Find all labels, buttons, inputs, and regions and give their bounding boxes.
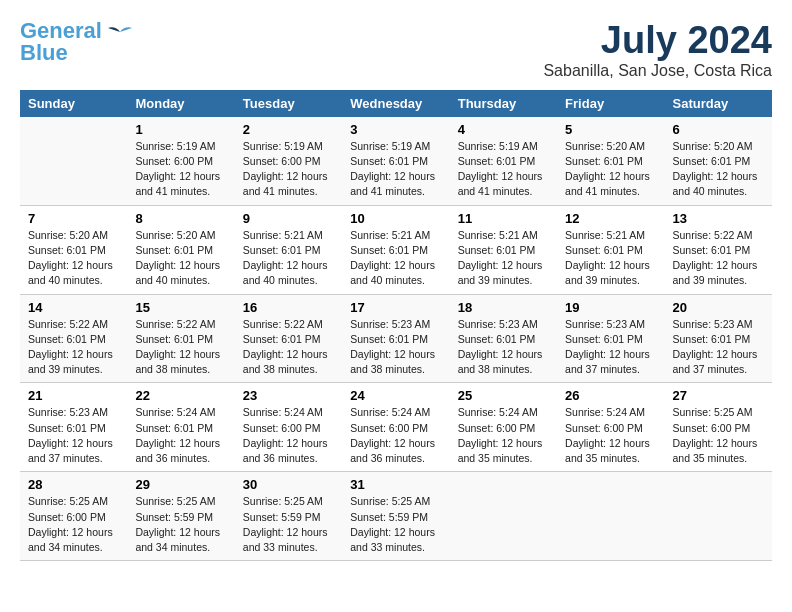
day-info: Sunrise: 5:20 AMSunset: 6:01 PMDaylight:… bbox=[673, 139, 764, 200]
logo-text: GeneralBlue bbox=[20, 20, 102, 64]
header-wednesday: Wednesday bbox=[342, 90, 449, 117]
calendar-week-row: 1Sunrise: 5:19 AMSunset: 6:00 PMDaylight… bbox=[20, 117, 772, 205]
calendar-table: SundayMondayTuesdayWednesdayThursdayFrid… bbox=[20, 90, 772, 561]
day-info: Sunrise: 5:19 AMSunset: 6:00 PMDaylight:… bbox=[243, 139, 334, 200]
day-number: 19 bbox=[565, 300, 656, 315]
day-number: 18 bbox=[458, 300, 549, 315]
location-subtitle: Sabanilla, San Jose, Costa Rica bbox=[543, 62, 772, 80]
page-header: GeneralBlue July 2024 Sabanilla, San Jos… bbox=[20, 20, 772, 80]
day-info: Sunrise: 5:19 AMSunset: 6:00 PMDaylight:… bbox=[135, 139, 226, 200]
day-info: Sunrise: 5:24 AMSunset: 6:00 PMDaylight:… bbox=[350, 405, 441, 466]
calendar-cell bbox=[665, 472, 772, 561]
day-info: Sunrise: 5:25 AMSunset: 5:59 PMDaylight:… bbox=[243, 494, 334, 555]
calendar-cell: 1Sunrise: 5:19 AMSunset: 6:00 PMDaylight… bbox=[127, 117, 234, 205]
day-info: Sunrise: 5:23 AMSunset: 6:01 PMDaylight:… bbox=[565, 317, 656, 378]
day-number: 30 bbox=[243, 477, 334, 492]
day-number: 4 bbox=[458, 122, 549, 137]
calendar-cell: 25Sunrise: 5:24 AMSunset: 6:00 PMDayligh… bbox=[450, 383, 557, 472]
calendar-cell bbox=[557, 472, 664, 561]
day-number: 16 bbox=[243, 300, 334, 315]
calendar-header-row: SundayMondayTuesdayWednesdayThursdayFrid… bbox=[20, 90, 772, 117]
day-number: 12 bbox=[565, 211, 656, 226]
day-number: 17 bbox=[350, 300, 441, 315]
calendar-cell: 20Sunrise: 5:23 AMSunset: 6:01 PMDayligh… bbox=[665, 294, 772, 383]
day-info: Sunrise: 5:22 AMSunset: 6:01 PMDaylight:… bbox=[28, 317, 119, 378]
day-info: Sunrise: 5:24 AMSunset: 6:00 PMDaylight:… bbox=[243, 405, 334, 466]
calendar-cell: 21Sunrise: 5:23 AMSunset: 6:01 PMDayligh… bbox=[20, 383, 127, 472]
calendar-cell: 8Sunrise: 5:20 AMSunset: 6:01 PMDaylight… bbox=[127, 205, 234, 294]
calendar-cell: 5Sunrise: 5:20 AMSunset: 6:01 PMDaylight… bbox=[557, 117, 664, 205]
calendar-cell: 24Sunrise: 5:24 AMSunset: 6:00 PMDayligh… bbox=[342, 383, 449, 472]
calendar-cell: 27Sunrise: 5:25 AMSunset: 6:00 PMDayligh… bbox=[665, 383, 772, 472]
day-info: Sunrise: 5:25 AMSunset: 5:59 PMDaylight:… bbox=[135, 494, 226, 555]
day-number: 14 bbox=[28, 300, 119, 315]
calendar-cell: 4Sunrise: 5:19 AMSunset: 6:01 PMDaylight… bbox=[450, 117, 557, 205]
day-info: Sunrise: 5:25 AMSunset: 6:00 PMDaylight:… bbox=[28, 494, 119, 555]
calendar-cell: 16Sunrise: 5:22 AMSunset: 6:01 PMDayligh… bbox=[235, 294, 342, 383]
day-number: 10 bbox=[350, 211, 441, 226]
calendar-cell: 31Sunrise: 5:25 AMSunset: 5:59 PMDayligh… bbox=[342, 472, 449, 561]
calendar-cell: 13Sunrise: 5:22 AMSunset: 6:01 PMDayligh… bbox=[665, 205, 772, 294]
day-info: Sunrise: 5:23 AMSunset: 6:01 PMDaylight:… bbox=[458, 317, 549, 378]
header-monday: Monday bbox=[127, 90, 234, 117]
calendar-cell: 19Sunrise: 5:23 AMSunset: 6:01 PMDayligh… bbox=[557, 294, 664, 383]
day-info: Sunrise: 5:23 AMSunset: 6:01 PMDaylight:… bbox=[350, 317, 441, 378]
logo: GeneralBlue bbox=[20, 20, 134, 64]
calendar-cell: 17Sunrise: 5:23 AMSunset: 6:01 PMDayligh… bbox=[342, 294, 449, 383]
calendar-cell: 29Sunrise: 5:25 AMSunset: 5:59 PMDayligh… bbox=[127, 472, 234, 561]
calendar-cell: 10Sunrise: 5:21 AMSunset: 6:01 PMDayligh… bbox=[342, 205, 449, 294]
day-info: Sunrise: 5:25 AMSunset: 6:00 PMDaylight:… bbox=[673, 405, 764, 466]
day-info: Sunrise: 5:24 AMSunset: 6:00 PMDaylight:… bbox=[458, 405, 549, 466]
day-info: Sunrise: 5:19 AMSunset: 6:01 PMDaylight:… bbox=[350, 139, 441, 200]
calendar-cell: 28Sunrise: 5:25 AMSunset: 6:00 PMDayligh… bbox=[20, 472, 127, 561]
calendar-week-row: 7Sunrise: 5:20 AMSunset: 6:01 PMDaylight… bbox=[20, 205, 772, 294]
day-number: 20 bbox=[673, 300, 764, 315]
day-number: 11 bbox=[458, 211, 549, 226]
day-number: 22 bbox=[135, 388, 226, 403]
day-number: 1 bbox=[135, 122, 226, 137]
calendar-cell: 26Sunrise: 5:24 AMSunset: 6:00 PMDayligh… bbox=[557, 383, 664, 472]
calendar-week-row: 21Sunrise: 5:23 AMSunset: 6:01 PMDayligh… bbox=[20, 383, 772, 472]
calendar-cell: 2Sunrise: 5:19 AMSunset: 6:00 PMDaylight… bbox=[235, 117, 342, 205]
calendar-cell bbox=[450, 472, 557, 561]
day-number: 15 bbox=[135, 300, 226, 315]
day-number: 29 bbox=[135, 477, 226, 492]
calendar-cell: 22Sunrise: 5:24 AMSunset: 6:01 PMDayligh… bbox=[127, 383, 234, 472]
day-number: 23 bbox=[243, 388, 334, 403]
day-info: Sunrise: 5:22 AMSunset: 6:01 PMDaylight:… bbox=[673, 228, 764, 289]
day-info: Sunrise: 5:21 AMSunset: 6:01 PMDaylight:… bbox=[243, 228, 334, 289]
day-info: Sunrise: 5:23 AMSunset: 6:01 PMDaylight:… bbox=[28, 405, 119, 466]
header-thursday: Thursday bbox=[450, 90, 557, 117]
day-number: 21 bbox=[28, 388, 119, 403]
day-number: 9 bbox=[243, 211, 334, 226]
day-info: Sunrise: 5:20 AMSunset: 6:01 PMDaylight:… bbox=[135, 228, 226, 289]
day-number: 25 bbox=[458, 388, 549, 403]
calendar-cell: 3Sunrise: 5:19 AMSunset: 6:01 PMDaylight… bbox=[342, 117, 449, 205]
calendar-week-row: 14Sunrise: 5:22 AMSunset: 6:01 PMDayligh… bbox=[20, 294, 772, 383]
day-info: Sunrise: 5:25 AMSunset: 5:59 PMDaylight:… bbox=[350, 494, 441, 555]
calendar-cell: 18Sunrise: 5:23 AMSunset: 6:01 PMDayligh… bbox=[450, 294, 557, 383]
day-info: Sunrise: 5:24 AMSunset: 6:01 PMDaylight:… bbox=[135, 405, 226, 466]
day-info: Sunrise: 5:24 AMSunset: 6:00 PMDaylight:… bbox=[565, 405, 656, 466]
logo-bird-icon bbox=[106, 24, 134, 46]
day-number: 6 bbox=[673, 122, 764, 137]
day-number: 24 bbox=[350, 388, 441, 403]
day-info: Sunrise: 5:21 AMSunset: 6:01 PMDaylight:… bbox=[458, 228, 549, 289]
day-number: 2 bbox=[243, 122, 334, 137]
day-number: 8 bbox=[135, 211, 226, 226]
day-number: 13 bbox=[673, 211, 764, 226]
day-number: 28 bbox=[28, 477, 119, 492]
day-info: Sunrise: 5:21 AMSunset: 6:01 PMDaylight:… bbox=[565, 228, 656, 289]
day-info: Sunrise: 5:20 AMSunset: 6:01 PMDaylight:… bbox=[28, 228, 119, 289]
calendar-cell: 14Sunrise: 5:22 AMSunset: 6:01 PMDayligh… bbox=[20, 294, 127, 383]
title-block: July 2024 Sabanilla, San Jose, Costa Ric… bbox=[543, 20, 772, 80]
day-info: Sunrise: 5:23 AMSunset: 6:01 PMDaylight:… bbox=[673, 317, 764, 378]
calendar-cell: 9Sunrise: 5:21 AMSunset: 6:01 PMDaylight… bbox=[235, 205, 342, 294]
calendar-week-row: 28Sunrise: 5:25 AMSunset: 6:00 PMDayligh… bbox=[20, 472, 772, 561]
calendar-cell: 6Sunrise: 5:20 AMSunset: 6:01 PMDaylight… bbox=[665, 117, 772, 205]
day-info: Sunrise: 5:22 AMSunset: 6:01 PMDaylight:… bbox=[135, 317, 226, 378]
day-number: 5 bbox=[565, 122, 656, 137]
calendar-cell: 12Sunrise: 5:21 AMSunset: 6:01 PMDayligh… bbox=[557, 205, 664, 294]
day-info: Sunrise: 5:21 AMSunset: 6:01 PMDaylight:… bbox=[350, 228, 441, 289]
day-info: Sunrise: 5:20 AMSunset: 6:01 PMDaylight:… bbox=[565, 139, 656, 200]
